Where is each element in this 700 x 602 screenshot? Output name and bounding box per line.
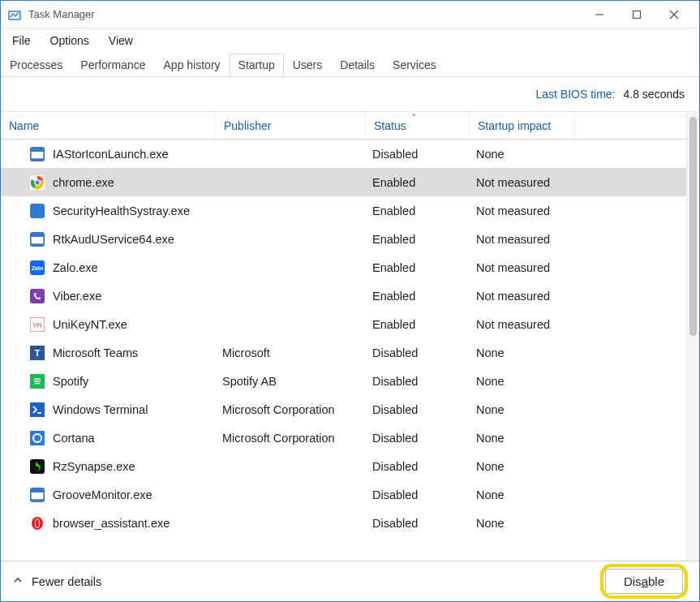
row-status: Disabled [366, 460, 470, 473]
menu-file[interactable]: File [9, 32, 34, 49]
fewer-details-button[interactable]: Fewer details [12, 574, 101, 588]
tab-processes[interactable]: Processes [1, 54, 71, 76]
tab-app-history[interactable]: App history [155, 54, 230, 76]
terminal-icon [30, 402, 45, 417]
svg-text:T: T [35, 348, 41, 358]
menu-options[interactable]: Options [47, 32, 92, 49]
unikey-icon: VN [30, 317, 45, 332]
row-publisher: Microsoft Corporation [216, 432, 366, 445]
spotify-icon [30, 374, 45, 389]
table-row[interactable]: chrome.exeEnabledNot measured [1, 168, 686, 196]
row-status: Enabled [366, 204, 470, 217]
tab-users[interactable]: Users [284, 54, 332, 76]
row-name: RtkAudUService64.exe [53, 233, 174, 246]
chevron-up-icon [12, 574, 24, 588]
row-name: RzSynapse.exe [53, 460, 135, 473]
table-body: IAStorIconLaunch.exeDisabledNonechrome.e… [1, 140, 686, 537]
row-status: Disabled [366, 488, 470, 501]
row-impact: Not measured [470, 261, 575, 274]
row-impact: None [470, 375, 575, 388]
bios-value: 4.8 seconds [624, 88, 685, 101]
disable-button[interactable]: Disable [605, 569, 683, 594]
table-row[interactable]: browser_assistant.exeDisabledNone [1, 509, 686, 537]
row-status: Disabled [366, 375, 470, 388]
row-status: Disabled [366, 517, 470, 530]
maximize-button[interactable] [618, 1, 655, 28]
row-name: SecurityHealthSystray.exe [53, 204, 190, 217]
startup-table: Name Publisher Status ⌄ Startup impact I… [1, 111, 699, 561]
bios-label: Last BIOS time: [535, 88, 615, 101]
table-row[interactable]: IAStorIconLaunch.exeDisabledNone [1, 140, 686, 168]
col-header-name[interactable]: Name [1, 112, 216, 139]
menu-view[interactable]: View [105, 32, 136, 49]
row-name: Cortana [53, 432, 95, 445]
svg-rect-23 [30, 431, 45, 445]
tab-details[interactable]: Details [331, 54, 384, 76]
row-impact: Not measured [470, 204, 575, 217]
svg-text:VN: VN [32, 321, 41, 329]
row-name: chrome.exe [53, 176, 114, 189]
row-status: Enabled [366, 176, 470, 189]
row-status: Enabled [366, 261, 470, 274]
row-status: Disabled [366, 432, 470, 445]
row-impact: Not measured [470, 290, 575, 303]
row-name: Zalo.exe [53, 261, 98, 274]
row-name: UniKeyNT.exe [53, 318, 127, 331]
tabs: Processes Performance App history Startu… [1, 53, 699, 77]
table-row[interactable]: ZaloZalo.exeEnabledNot measured [1, 253, 686, 282]
table-row[interactable]: TMicrosoft TeamsMicrosoftDisabledNone [1, 338, 686, 367]
table-row[interactable]: SpotifySpotify ABDisabledNone [1, 367, 686, 395]
row-impact: None [470, 460, 575, 473]
svg-text:Zalo: Zalo [32, 265, 43, 271]
table-row[interactable]: Windows TerminalMicrosoft CorporationDis… [1, 395, 686, 424]
exe-generic-icon [30, 488, 45, 502]
row-status: Enabled [366, 233, 470, 246]
table-row[interactable]: CortanaMicrosoft CorporationDisabledNone [1, 424, 686, 452]
tab-services[interactable]: Services [384, 54, 445, 76]
vertical-scrollbar[interactable] [686, 112, 699, 561]
minimize-button[interactable] [581, 1, 618, 28]
tab-performance[interactable]: Performance [71, 54, 154, 76]
row-impact: Not measured [470, 176, 575, 189]
table-row[interactable]: Viber.exeEnabledNot measured [1, 282, 686, 310]
scrollbar-thumb[interactable] [689, 117, 697, 336]
row-name: Microsoft Teams [53, 346, 138, 359]
cortana-icon [30, 431, 45, 445]
table-row[interactable]: GrooveMonitor.exeDisabledNone [1, 480, 686, 509]
row-impact: Not measured [470, 233, 575, 246]
row-impact: None [470, 432, 575, 445]
row-name: Viber.exe [53, 290, 101, 303]
col-header-publisher[interactable]: Publisher [216, 112, 366, 139]
tab-startup[interactable]: Startup [230, 54, 284, 76]
table-row[interactable]: RzSynapse.exeDisabledNone [1, 452, 686, 480]
table-row[interactable]: SecurityHealthSystray.exeEnabledNot meas… [1, 196, 686, 225]
row-status: Disabled [366, 346, 470, 359]
row-status: Enabled [366, 290, 470, 303]
menubar: File Options View [1, 28, 699, 53]
action-highlight: Disable [600, 564, 688, 599]
row-name: browser_assistant.exe [53, 517, 170, 530]
svg-rect-27 [31, 490, 44, 492]
teams-icon: T [30, 346, 45, 360]
svg-point-30 [36, 519, 39, 527]
row-impact: None [470, 488, 575, 501]
col-header-impact[interactable]: Startup impact [470, 112, 575, 139]
svg-rect-2 [633, 11, 641, 18]
row-publisher: Microsoft Corporation [216, 403, 366, 416]
row-name: Spotify [53, 375, 88, 388]
task-manager-window: Task Manager File Options View Processes… [0, 0, 700, 602]
footer: Fewer details Disable [1, 561, 699, 601]
table-row[interactable]: RtkAudUService64.exeEnabledNot measured [1, 225, 686, 253]
close-button[interactable] [655, 1, 693, 28]
shield-icon [30, 204, 45, 218]
chrome-icon [30, 175, 45, 190]
row-name: Windows Terminal [53, 403, 148, 416]
titlebar: Task Manager [1, 1, 699, 28]
table-row[interactable]: VNUniKeyNT.exeEnabledNot measured [1, 310, 686, 338]
col-header-status[interactable]: Status [366, 112, 470, 139]
row-impact: None [470, 148, 575, 161]
row-impact: None [470, 517, 575, 530]
app-icon [7, 7, 22, 22]
row-status: Enabled [366, 318, 470, 331]
row-impact: None [470, 403, 575, 416]
